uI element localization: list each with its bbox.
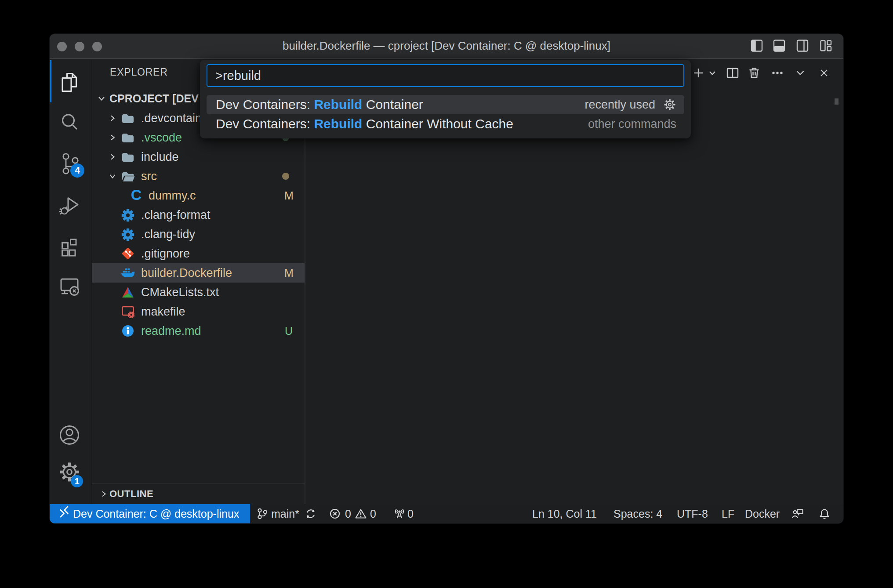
svg-text:C: C: [131, 186, 142, 203]
